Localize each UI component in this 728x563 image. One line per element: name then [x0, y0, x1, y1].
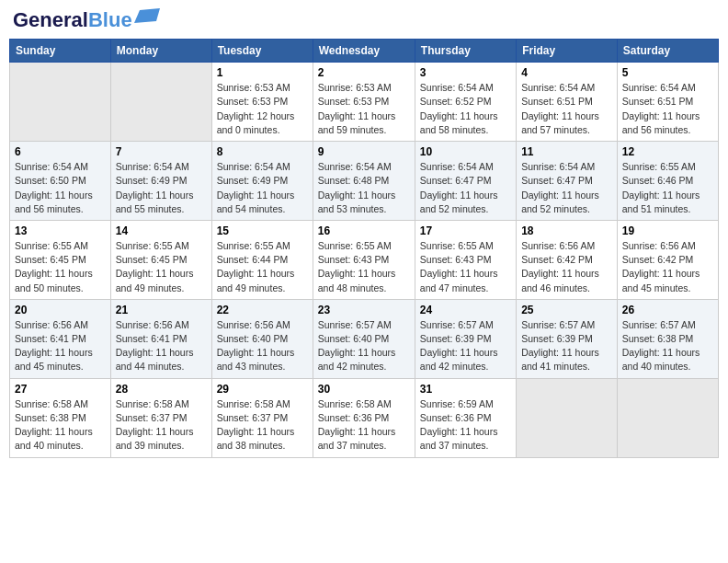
day-info: Sunrise: 6:58 AM Sunset: 6:37 PM Dayligh…	[116, 397, 207, 454]
calendar-cell: 10Sunrise: 6:54 AM Sunset: 6:47 PM Dayli…	[415, 142, 516, 221]
day-info: Sunrise: 6:59 AM Sunset: 6:36 PM Dayligh…	[420, 397, 511, 454]
day-info: Sunrise: 6:55 AM Sunset: 6:45 PM Dayligh…	[15, 239, 106, 295]
calendar-cell: 6Sunrise: 6:54 AM Sunset: 6:50 PM Daylig…	[10, 142, 111, 221]
day-number: 4	[521, 66, 612, 79]
day-info: Sunrise: 6:57 AM Sunset: 6:39 PM Dayligh…	[420, 318, 511, 374]
day-number: 7	[116, 145, 207, 158]
day-number: 15	[217, 224, 308, 237]
day-number: 5	[622, 66, 713, 79]
day-info: Sunrise: 6:53 AM Sunset: 6:53 PM Dayligh…	[318, 81, 410, 137]
calendar-cell	[617, 378, 718, 457]
calendar-cell: 25Sunrise: 6:57 AM Sunset: 6:39 PM Dayli…	[517, 299, 618, 378]
day-header-tuesday: Tuesday	[211, 40, 313, 63]
day-info: Sunrise: 6:58 AM Sunset: 6:38 PM Dayligh…	[15, 397, 106, 454]
day-info: Sunrise: 6:54 AM Sunset: 6:47 PM Dayligh…	[521, 160, 612, 216]
calendar-cell: 28Sunrise: 6:58 AM Sunset: 6:37 PM Dayli…	[110, 378, 211, 457]
day-info: Sunrise: 6:56 AM Sunset: 6:41 PM Dayligh…	[15, 318, 106, 374]
day-number: 30	[318, 383, 410, 396]
day-info: Sunrise: 6:57 AM Sunset: 6:39 PM Dayligh…	[521, 318, 612, 374]
calendar-cell: 31Sunrise: 6:59 AM Sunset: 6:36 PM Dayli…	[415, 378, 516, 457]
day-number: 2	[318, 66, 410, 79]
day-header-saturday: Saturday	[617, 40, 718, 63]
day-info: Sunrise: 6:55 AM Sunset: 6:46 PM Dayligh…	[622, 160, 713, 216]
day-number: 12	[622, 145, 713, 158]
svg-marker-0	[134, 8, 160, 23]
calendar-week-row: 27Sunrise: 6:58 AM Sunset: 6:38 PM Dayli…	[10, 378, 719, 457]
calendar-cell: 14Sunrise: 6:55 AM Sunset: 6:45 PM Dayli…	[110, 220, 211, 299]
calendar-cell: 13Sunrise: 6:55 AM Sunset: 6:45 PM Dayli…	[10, 220, 111, 299]
day-number: 16	[318, 224, 410, 237]
calendar-cell: 9Sunrise: 6:54 AM Sunset: 6:48 PM Daylig…	[313, 142, 415, 221]
calendar-cell: 1Sunrise: 6:53 AM Sunset: 6:53 PM Daylig…	[211, 63, 313, 142]
calendar-cell: 18Sunrise: 6:56 AM Sunset: 6:42 PM Dayli…	[517, 220, 618, 299]
day-number: 6	[15, 145, 106, 158]
calendar-week-row: 13Sunrise: 6:55 AM Sunset: 6:45 PM Dayli…	[10, 220, 719, 299]
day-info: Sunrise: 6:56 AM Sunset: 6:42 PM Dayligh…	[521, 239, 612, 295]
calendar-cell: 7Sunrise: 6:54 AM Sunset: 6:49 PM Daylig…	[110, 142, 211, 221]
calendar-cell: 15Sunrise: 6:55 AM Sunset: 6:44 PM Dayli…	[211, 220, 313, 299]
calendar-cell: 5Sunrise: 6:54 AM Sunset: 6:51 PM Daylig…	[617, 63, 718, 142]
day-header-friday: Friday	[517, 40, 618, 63]
calendar-cell: 19Sunrise: 6:56 AM Sunset: 6:42 PM Dayli…	[617, 220, 718, 299]
day-number: 18	[521, 224, 612, 237]
day-header-monday: Monday	[110, 40, 211, 63]
calendar-week-row: 1Sunrise: 6:53 AM Sunset: 6:53 PM Daylig…	[10, 63, 719, 142]
calendar-cell: 12Sunrise: 6:55 AM Sunset: 6:46 PM Dayli…	[617, 142, 718, 221]
day-number: 8	[217, 145, 308, 158]
day-number: 23	[318, 304, 410, 316]
day-number: 17	[420, 224, 511, 237]
calendar-cell: 16Sunrise: 6:55 AM Sunset: 6:43 PM Dayli…	[313, 220, 415, 299]
calendar-table: SundayMondayTuesdayWednesdayThursdayFrid…	[9, 39, 719, 457]
calendar-header-row: SundayMondayTuesdayWednesdayThursdayFrid…	[10, 40, 719, 63]
day-info: Sunrise: 6:54 AM Sunset: 6:49 PM Dayligh…	[217, 160, 308, 216]
calendar-cell	[110, 63, 211, 142]
day-number: 3	[420, 66, 511, 79]
day-info: Sunrise: 6:57 AM Sunset: 6:38 PM Dayligh…	[622, 318, 713, 374]
day-info: Sunrise: 6:57 AM Sunset: 6:40 PM Dayligh…	[318, 318, 410, 374]
day-info: Sunrise: 6:55 AM Sunset: 6:43 PM Dayligh…	[318, 239, 410, 295]
day-number: 14	[116, 224, 207, 237]
day-info: Sunrise: 6:53 AM Sunset: 6:53 PM Dayligh…	[217, 81, 308, 137]
day-info: Sunrise: 6:56 AM Sunset: 6:42 PM Dayligh…	[622, 239, 713, 295]
logo-text: GeneralBlue	[13, 9, 132, 31]
day-number: 25	[521, 304, 612, 316]
calendar-week-row: 20Sunrise: 6:56 AM Sunset: 6:41 PM Dayli…	[10, 299, 719, 378]
day-number: 11	[521, 145, 612, 158]
calendar-cell: 8Sunrise: 6:54 AM Sunset: 6:49 PM Daylig…	[211, 142, 313, 221]
day-info: Sunrise: 6:58 AM Sunset: 6:37 PM Dayligh…	[217, 397, 308, 454]
calendar-cell: 20Sunrise: 6:56 AM Sunset: 6:41 PM Dayli…	[10, 299, 111, 378]
day-info: Sunrise: 6:58 AM Sunset: 6:36 PM Dayligh…	[318, 397, 410, 454]
calendar-cell: 4Sunrise: 6:54 AM Sunset: 6:51 PM Daylig…	[517, 63, 618, 142]
day-info: Sunrise: 6:56 AM Sunset: 6:41 PM Dayligh…	[116, 318, 207, 374]
day-header-thursday: Thursday	[415, 40, 516, 63]
calendar-cell: 21Sunrise: 6:56 AM Sunset: 6:41 PM Dayli…	[110, 299, 211, 378]
day-info: Sunrise: 6:54 AM Sunset: 6:47 PM Dayligh…	[420, 160, 511, 216]
logo: GeneralBlue	[13, 9, 160, 31]
calendar-cell: 29Sunrise: 6:58 AM Sunset: 6:37 PM Dayli…	[211, 378, 313, 457]
day-info: Sunrise: 6:54 AM Sunset: 6:52 PM Dayligh…	[420, 81, 511, 137]
day-info: Sunrise: 6:54 AM Sunset: 6:50 PM Dayligh…	[15, 160, 106, 216]
day-number: 26	[622, 304, 713, 316]
day-info: Sunrise: 6:54 AM Sunset: 6:51 PM Dayligh…	[622, 81, 713, 137]
calendar-cell: 23Sunrise: 6:57 AM Sunset: 6:40 PM Dayli…	[313, 299, 415, 378]
calendar-cell: 24Sunrise: 6:57 AM Sunset: 6:39 PM Dayli…	[415, 299, 516, 378]
calendar-cell: 30Sunrise: 6:58 AM Sunset: 6:36 PM Dayli…	[313, 378, 415, 457]
page-header: GeneralBlue	[9, 9, 719, 31]
calendar-cell: 2Sunrise: 6:53 AM Sunset: 6:53 PM Daylig…	[313, 63, 415, 142]
day-info: Sunrise: 6:54 AM Sunset: 6:49 PM Dayligh…	[116, 160, 207, 216]
day-number: 22	[217, 304, 308, 316]
day-info: Sunrise: 6:55 AM Sunset: 6:44 PM Dayligh…	[217, 239, 308, 295]
day-number: 20	[15, 304, 106, 316]
calendar-cell: 22Sunrise: 6:56 AM Sunset: 6:40 PM Dayli…	[211, 299, 313, 378]
calendar-cell: 11Sunrise: 6:54 AM Sunset: 6:47 PM Dayli…	[517, 142, 618, 221]
calendar-cell: 27Sunrise: 6:58 AM Sunset: 6:38 PM Dayli…	[10, 378, 111, 457]
day-number: 31	[420, 383, 511, 396]
calendar-cell: 26Sunrise: 6:57 AM Sunset: 6:38 PM Dayli…	[617, 299, 718, 378]
day-number: 28	[116, 383, 207, 396]
calendar-week-row: 6Sunrise: 6:54 AM Sunset: 6:50 PM Daylig…	[10, 142, 719, 221]
calendar-cell: 17Sunrise: 6:55 AM Sunset: 6:43 PM Dayli…	[415, 220, 516, 299]
day-info: Sunrise: 6:55 AM Sunset: 6:43 PM Dayligh…	[420, 239, 511, 295]
day-header-wednesday: Wednesday	[313, 40, 415, 63]
day-number: 27	[15, 383, 106, 396]
day-info: Sunrise: 6:56 AM Sunset: 6:40 PM Dayligh…	[217, 318, 308, 374]
